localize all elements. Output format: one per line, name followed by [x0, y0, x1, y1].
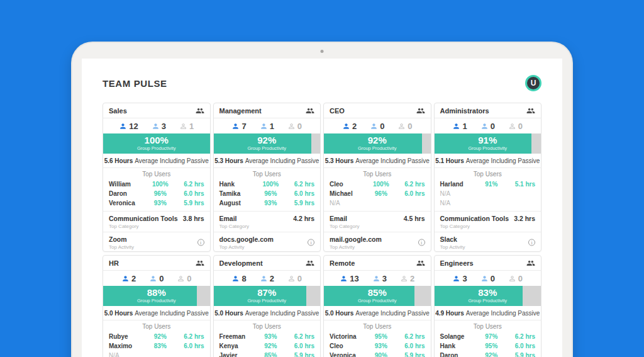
average-hours: 5.6 Hours Average Including Passive [103, 154, 210, 168]
offline-user-icon [287, 122, 296, 130]
user-avatar[interactable]: U [525, 75, 541, 91]
top-user-percent: 83% [147, 341, 174, 351]
top-user-hours: 5.9 hrs [394, 351, 425, 357]
average-hours-suffix: Average Including Passive [466, 310, 540, 317]
top-users-title: Top Users [219, 169, 315, 179]
productivity-bar-text: 91% Group Productivity [435, 133, 541, 151]
top-user-hours: 5.9 hrs [505, 351, 535, 357]
top-user-name: Cleo [330, 179, 368, 189]
idle-user-icon [152, 122, 160, 130]
idle-user-icon [480, 275, 489, 283]
top-activity-label: Top Activity [219, 244, 315, 250]
top-user-percent: 85% [257, 351, 284, 357]
top-user-hours: 6.0 hrs [284, 189, 314, 198]
top-user-name: N/A [109, 351, 147, 357]
top-category-hours: 4.2 hrs [293, 215, 314, 222]
team-name: Remote [330, 259, 355, 267]
team-name: Administrators [440, 107, 489, 115]
top-category-hours: 4.5 hrs [404, 215, 425, 222]
top-user-row: Cleo 93% 6.0 hrs [330, 341, 425, 351]
top-category-name: Communication Tools [109, 215, 177, 222]
card-header: Remote [324, 256, 431, 271]
average-hours-suffix: Average Including Passive [245, 157, 319, 164]
top-users-title: Top Users [330, 322, 425, 332]
offline-user-icon [177, 275, 185, 283]
top-user-percent [478, 198, 504, 208]
idle-users-count: 2 [260, 274, 274, 283]
offline-user-icon [397, 122, 406, 130]
productivity-percent: 91% [435, 135, 541, 145]
productivity-bar-text: 85% Group Productivity [324, 286, 431, 303]
top-users-title: Top Users [109, 322, 204, 332]
info-icon[interactable]: i [418, 239, 425, 246]
user-counts: 2 0 0 [103, 271, 210, 286]
productivity-label: Group Productivity [324, 298, 431, 303]
top-user-name: Hank [440, 341, 479, 351]
top-user-percent: 95% [478, 341, 504, 351]
user-counts: 8 2 0 [214, 271, 321, 286]
top-user-row: Cleo 100% 6.2 hrs [330, 179, 425, 189]
top-category-section: Email 4.5 hrs Top Category [324, 212, 431, 232]
group-icon [526, 106, 535, 115]
top-user-row: Veronica 90% 5.9 hrs [330, 351, 425, 357]
user-counts: 7 1 0 [214, 118, 321, 133]
productivity-label: Group Productivity [324, 145, 431, 151]
idle-users-count: 0 [370, 122, 384, 131]
user-counts: 12 3 1 [103, 118, 210, 133]
team-name: HR [109, 259, 119, 267]
team-name: Sales [109, 107, 127, 115]
offline-user-icon [179, 122, 187, 130]
team-name: Engineers [440, 259, 474, 267]
top-category-section: Communication Tools 3.2 hrs Top Category [435, 212, 541, 232]
idle-users-count: 1 [260, 122, 274, 131]
info-icon[interactable]: i [197, 239, 204, 246]
group-icon [416, 259, 425, 268]
top-activity-name: mail.google.com [330, 235, 382, 243]
top-category-label: Top Category [330, 224, 425, 229]
top-users-title: Top Users [219, 322, 315, 332]
top-user-name: Daron [440, 351, 479, 357]
idle-users-count: 3 [152, 122, 166, 131]
top-users-title: Top Users [109, 169, 204, 179]
team-card: Development 8 2 0 87% Group Produc [213, 255, 321, 357]
active-users-count: 3 [452, 274, 467, 283]
top-user-hours [394, 198, 425, 208]
top-user-row: Michael 96% 6.0 hrs [330, 189, 425, 198]
active-users-count: 2 [342, 122, 357, 131]
top-users-section: Top Users Solange 97% 6.2 hrs Hank 95% 6… [435, 320, 541, 357]
idle-user-icon [372, 275, 380, 283]
team-name: Management [219, 107, 262, 115]
productivity-bar-text: 83% Group Productivity [435, 286, 541, 303]
average-hours: 5.3 Hours Average Including Passive [214, 154, 321, 168]
top-user-percent [368, 198, 394, 208]
user-counts: 3 0 0 [435, 271, 541, 286]
offline-user-icon [287, 275, 296, 283]
idle-users-count: 0 [480, 122, 495, 131]
top-activity-section: mail.google.com Top Activity i [324, 232, 431, 252]
idle-users-count: 0 [149, 274, 164, 283]
top-user-hours: 6.0 hrs [394, 189, 425, 198]
offline-users-count: 0 [287, 274, 302, 283]
productivity-bar: 87% Group Productivity [214, 286, 321, 306]
average-hours-suffix: Average Including Passive [466, 157, 540, 164]
productivity-percent: 88% [103, 287, 210, 298]
active-user-icon [452, 122, 460, 130]
top-user-hours: 6.2 hrs [174, 179, 204, 189]
user-counts: 1 0 0 [435, 118, 541, 133]
active-user-icon [340, 275, 348, 283]
top-user-percent: 96% [257, 189, 284, 198]
productivity-bar: 92% Group Productivity [214, 133, 321, 154]
info-icon[interactable]: i [308, 239, 314, 246]
average-hours-suffix: Average Including Passive [135, 157, 209, 164]
top-user-row: Maximo 83% 6.0 hrs [109, 341, 204, 351]
top-user-name: Maximo [109, 341, 147, 351]
dashboard: TEAM PULSE U Sales 12 3 1 [82, 59, 562, 357]
productivity-bar: 100% Group Productivity [103, 133, 210, 154]
topbar: TEAM PULSE U [103, 73, 541, 93]
top-user-hours [505, 198, 535, 208]
productivity-bar: 91% Group Productivity [435, 133, 541, 154]
top-user-name: William [109, 179, 147, 189]
top-user-hours: 5.9 hrs [174, 198, 204, 208]
info-icon[interactable]: i [528, 239, 535, 246]
top-user-hours: 5.9 hrs [284, 198, 314, 208]
